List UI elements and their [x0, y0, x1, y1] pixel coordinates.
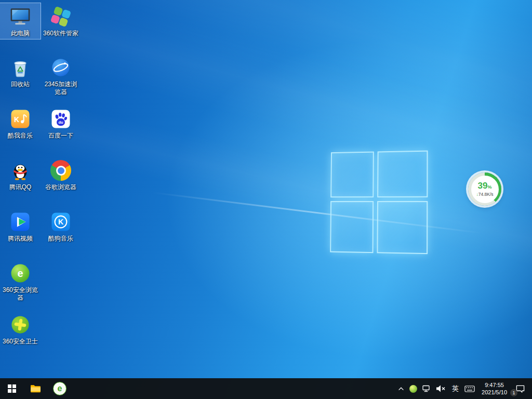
- desktop-icon-label: 腾讯视频: [8, 235, 33, 243]
- qq-penguin-icon: [9, 159, 31, 181]
- download-percent: 39%: [478, 181, 492, 192]
- windows-logo-pane: [377, 151, 428, 197]
- desktop-icon-label: 360软件管家: [43, 30, 78, 37]
- touch-keyboard-button[interactable]: [464, 378, 475, 399]
- recycle-bin-icon: [9, 57, 31, 78]
- svg-text:K: K: [58, 218, 63, 226]
- 360-software-manager-icon: [50, 6, 72, 28]
- desktop-icon-360-safety[interactable]: 360安全卫士: [0, 311, 41, 347]
- desktop-icon-label: 回收站: [11, 81, 30, 88]
- desktop-icon-tencent-qq[interactable]: 腾讯QQ: [0, 157, 41, 193]
- desktop-icon-this-pc[interactable]: 此电脑: [0, 3, 41, 39]
- desktop-icon-360-software-manager[interactable]: 360软件管家: [41, 3, 81, 39]
- desktop-icon-label: 酷狗音乐: [48, 235, 73, 243]
- desktop-icon-360-browser[interactable]: e 360安全浏览器: [0, 260, 41, 303]
- desktop-icon-baidu[interactable]: du 百度一下: [41, 105, 81, 141]
- clock[interactable]: 9:47:55 2021/5/10: [480, 378, 509, 399]
- windows-start-icon: [8, 384, 16, 393]
- system-tray: 英 9:47:55 2021/5/10 1: [397, 378, 532, 399]
- kuwo-music-icon: K: [9, 108, 31, 130]
- desktop-wallpaper: 此电脑 回收站 K 酷我音乐: [0, 0, 532, 399]
- desktop-icon-label: 此电脑: [11, 30, 30, 37]
- file-explorer-icon: [30, 382, 42, 395]
- 360-tray-ball-icon: [409, 385, 417, 393]
- baidu-icon: du: [50, 108, 72, 130]
- desktop-icon-kuwo-music[interactable]: K 酷我音乐: [0, 105, 41, 141]
- svg-text:K: K: [14, 115, 19, 124]
- clock-date: 2021/5/10: [482, 389, 507, 396]
- touch-keyboard-icon: [464, 385, 475, 393]
- download-progress-widget[interactable]: 39% ↓74.8K/s: [468, 172, 501, 206]
- start-button[interactable]: [0, 378, 24, 399]
- svg-text:du: du: [58, 120, 63, 125]
- clock-time: 9:47:55: [485, 381, 504, 389]
- 360-browser-icon: e: [9, 262, 31, 284]
- desktop-icon-label: 百度一下: [48, 132, 73, 140]
- 2345-browser-icon: [50, 57, 72, 78]
- desktop-icon-label: 酷我音乐: [8, 132, 33, 140]
- tencent-video-icon: [9, 211, 31, 233]
- network-icon: [422, 384, 431, 393]
- windows-logo-pane: [330, 152, 374, 198]
- 360-browser-taskbar-icon: e: [53, 382, 66, 395]
- chevron-up-icon: [397, 385, 405, 392]
- tray-expand-chevron[interactable]: [397, 378, 405, 399]
- windows-logo-wallpaper: [330, 151, 428, 255]
- desktop-icon-label: 360安全浏览器: [1, 286, 39, 302]
- ime-indicator[interactable]: 英: [451, 378, 460, 399]
- windows-logo-pane: [330, 201, 374, 253]
- desktop-icon-recycle-bin[interactable]: 回收站: [0, 54, 41, 90]
- desktop-icon-2345-browser[interactable]: 2345加速浏览器: [41, 54, 81, 98]
- browser-360-taskbar-button[interactable]: e: [48, 378, 72, 399]
- network-tray-button[interactable]: [422, 378, 431, 399]
- desktop-icon-kugou-music[interactable]: K 酷狗音乐: [41, 208, 81, 244]
- this-pc-icon: [9, 6, 31, 28]
- download-speed: ↓74.8K/s: [476, 192, 493, 197]
- desktop-icon-chrome[interactable]: 谷歌浏览器: [41, 157, 81, 193]
- windows-logo-pane: [377, 201, 428, 254]
- desktop-icon-label: 腾讯QQ: [9, 183, 32, 191]
- desktop-icon-label: 360安全卫士: [3, 338, 38, 345]
- kugou-music-icon: K: [50, 211, 72, 233]
- notification-badge: 1: [510, 389, 517, 396]
- tray-360-icon[interactable]: [409, 378, 417, 399]
- desktop-icon-label: 2345加速浏览器: [42, 81, 80, 96]
- progress-ring: 39% ↓74.8K/s: [468, 172, 501, 206]
- taskbar: e: [0, 378, 532, 399]
- file-explorer-button[interactable]: [24, 378, 48, 399]
- desktop-icon-tencent-video[interactable]: 腾讯视频: [0, 208, 41, 244]
- action-center-button[interactable]: 1: [514, 378, 527, 399]
- svg-text:e: e: [17, 268, 23, 279]
- light-streak: [152, 192, 482, 234]
- 360-safety-icon: [9, 314, 31, 336]
- desktop-icon-label: 谷歌浏览器: [45, 183, 76, 191]
- volume-tray-button[interactable]: [436, 378, 446, 399]
- chrome-icon: [50, 160, 71, 181]
- volume-muted-icon: [436, 384, 446, 393]
